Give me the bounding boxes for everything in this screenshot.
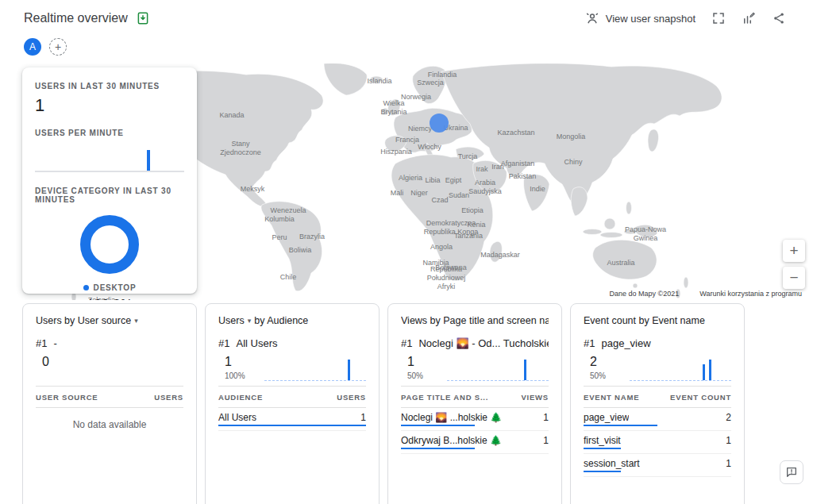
map-country-label: Afganistan xyxy=(501,160,535,168)
map-zoom-controls: + − xyxy=(783,240,805,289)
map-attribution-copyright: Dane do Mapy ©2021 xyxy=(610,290,680,298)
metric-header: USERS xyxy=(154,393,183,402)
card-title-text: Users by User source xyxy=(36,315,131,326)
fullscreen-icon xyxy=(711,11,726,25)
map-country-label: Chiny xyxy=(564,158,582,167)
row-proportion-bar xyxy=(401,425,475,426)
view-user-snapshot-label: View user snapshot xyxy=(606,13,695,25)
map-country-label: Namibia xyxy=(422,259,449,267)
top-entry-name: - xyxy=(53,337,56,349)
realtime-cards-row: Users by User source ▾ #1 - 0 USER SOURC… xyxy=(0,300,813,504)
map-country-label: Australia xyxy=(607,259,634,267)
metric-area: 1 50% xyxy=(401,354,549,381)
map-country-label: Boliwia xyxy=(289,246,312,255)
users-per-minute-label: USERS PER MINUTE xyxy=(35,129,184,137)
dimension-header: USER SOURCE xyxy=(36,393,98,402)
desktop-legend-dot xyxy=(83,285,89,290)
row-dimension: first_visit xyxy=(584,435,621,446)
zoom-in-button[interactable]: + xyxy=(783,240,805,262)
metric-area: 0 xyxy=(36,354,183,381)
metric-value: 0 xyxy=(42,355,77,369)
customize-report-icon xyxy=(742,11,756,25)
table-header: PAGE TITLE AND S... VIEWS xyxy=(401,386,549,408)
rank-label: #1 xyxy=(584,337,595,349)
metric-percent: 50% xyxy=(590,371,625,381)
zoom-out-button[interactable]: − xyxy=(783,267,805,289)
page-title: Realtime overview xyxy=(24,11,128,25)
card-title-dropdown[interactable]: Views by Page title and screen name xyxy=(401,315,549,326)
map-country-label: Demokratyczna Republika Konga xyxy=(424,219,479,237)
device-category-label: DEVICE CATEGORY IN LAST 30 MINUTES xyxy=(35,187,184,204)
dimension-header: EVENT NAME xyxy=(584,393,639,402)
card-title-dropdown[interactable]: Users by User source ▾ xyxy=(36,315,183,326)
row-metric: 1 xyxy=(543,435,549,446)
card-title-dropdown[interactable]: Users ▾ by Audience xyxy=(218,315,366,326)
metric-percent: 100% xyxy=(225,371,260,381)
map-country-label: Libia xyxy=(425,176,440,185)
realtime-summary-card: USERS IN LAST 30 MINUTES 1 USERS PER MIN… xyxy=(22,67,197,294)
row-dimension: session_start xyxy=(584,458,640,469)
table-header: EVENT NAME EVENT COUNT xyxy=(584,386,731,408)
map-country-label: Kanada xyxy=(219,111,244,120)
sparkline-bar xyxy=(348,360,350,380)
map-country-label: Botswana xyxy=(435,264,467,272)
map-country-label: Brazylia xyxy=(299,233,325,241)
map-country-label: Republika Południowej Afryki xyxy=(427,265,466,290)
table-row: Odkrywaj B...holskie 🌲 1 xyxy=(401,431,549,454)
feedback-button[interactable] xyxy=(780,460,803,484)
map-country-label: Irak xyxy=(476,165,487,174)
row-metric: 1 xyxy=(726,435,731,446)
users-30min-label: USERS IN LAST 30 MINUTES xyxy=(35,82,184,90)
map-country-label: Indie xyxy=(530,185,545,194)
header: Realtime overview View user snapshot xyxy=(0,0,813,37)
map-terms-link[interactable]: Warunki korzystania z programu xyxy=(699,290,802,298)
map-country-label: Algieria xyxy=(399,174,422,183)
metric-value: 1 xyxy=(225,355,260,369)
rank-label: #1 xyxy=(401,337,412,349)
comparison-bar: A + xyxy=(0,37,813,63)
header-actions: View user snapshot xyxy=(585,11,786,25)
map-country-label: Islandia xyxy=(367,77,391,86)
card-title-dropdown[interactable]: Event count by Event name xyxy=(584,315,731,326)
view-user-snapshot-button[interactable]: View user snapshot xyxy=(585,11,695,25)
map-country-label: Szwecja xyxy=(417,79,444,87)
metric-percent xyxy=(42,371,77,381)
share-button[interactable] xyxy=(772,11,786,25)
customize-report-button[interactable] xyxy=(742,11,756,25)
map-country-label: Niger xyxy=(410,189,428,198)
map-country-label: Włochy xyxy=(418,143,441,152)
map-country-label: Wenezuela xyxy=(271,206,306,215)
feedback-chat-icon xyxy=(785,466,798,479)
sparkline-bar xyxy=(703,364,705,380)
map-country-label: Turcja xyxy=(458,152,478,161)
desktop-legend-label: DESKTOP xyxy=(94,283,137,292)
table-row: first_visit 1 xyxy=(584,431,731,454)
dimension-header: AUDIENCE xyxy=(218,393,263,402)
world-map[interactable]: IslandiaFinlandiaSzwecjaNorwegiaWielka B… xyxy=(0,63,813,300)
top-entry: #1 page_view xyxy=(584,337,731,349)
map-country-label: Chile xyxy=(280,273,297,282)
metric-header: VIEWS xyxy=(521,393,549,402)
map-country-label: Arabia Saudyjska xyxy=(468,179,502,196)
rank-label: #1 xyxy=(36,337,47,349)
user-snapshot-icon xyxy=(585,11,599,25)
card-event-count-by-event-name: Event count by Event name #1 page_view 2… xyxy=(570,303,745,504)
map-country-label: Wielka Brytania xyxy=(380,99,406,117)
metric-value: 1 xyxy=(407,355,442,369)
table-row: Noclegi 🌄 ...holskie 🌲 1 xyxy=(401,408,549,431)
rank-label: #1 xyxy=(218,337,229,349)
table-row: page_view 2 xyxy=(584,408,731,431)
fullscreen-button[interactable] xyxy=(711,11,726,25)
add-comparison-button[interactable]: + xyxy=(49,38,67,56)
audience-chip[interactable]: A xyxy=(24,38,41,56)
chevron-down-icon: ▾ xyxy=(134,317,138,325)
chevron-down-icon: ▾ xyxy=(248,317,252,325)
row-proportion-bar xyxy=(584,471,621,472)
metric-area: 1 100% xyxy=(218,354,366,381)
map-country-label: Kolumbia xyxy=(264,215,295,224)
share-icon xyxy=(772,11,786,25)
users-per-minute-chart xyxy=(35,145,184,172)
row-metric: 1 xyxy=(726,458,731,469)
map-country-label: Pakistan xyxy=(509,172,537,181)
sparkline-bar xyxy=(709,360,711,380)
